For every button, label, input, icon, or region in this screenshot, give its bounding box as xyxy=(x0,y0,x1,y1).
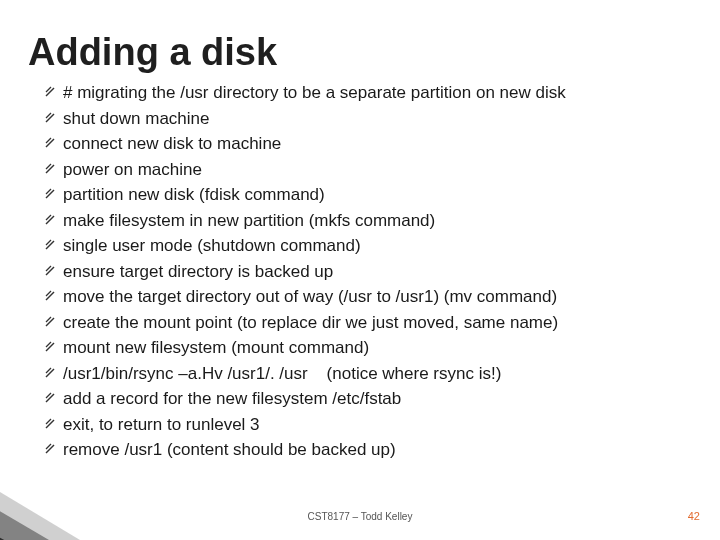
bullet-item: mount new filesystem (mount command) xyxy=(75,335,680,361)
bullet-item: shut down machine xyxy=(75,106,680,132)
svg-line-2 xyxy=(46,114,54,122)
bullet-text: partition new disk (fdisk command) xyxy=(63,182,325,208)
corner-decoration xyxy=(0,450,130,540)
bullet-item: connect new disk to machine xyxy=(75,131,680,157)
bullet-text: ensure target directory is backed up xyxy=(63,259,333,285)
bullet-item: # migrating the /usr directory to be a s… xyxy=(75,80,680,106)
bullet-item: make filesystem in new partition (mkfs c… xyxy=(75,208,680,234)
svg-line-4 xyxy=(46,139,54,147)
bullet-list: # migrating the /usr directory to be a s… xyxy=(75,80,680,463)
svg-line-18 xyxy=(46,318,54,326)
svg-line-24 xyxy=(46,394,54,402)
svg-line-20 xyxy=(46,343,54,351)
footer-course: CST8177 – Todd Kelley xyxy=(0,511,720,522)
svg-line-28 xyxy=(46,445,54,453)
bullet-item: single user mode (shutdown command) xyxy=(75,233,680,259)
slide-title: Adding a disk xyxy=(28,31,277,74)
bullet-item: create the mount point (to replace dir w… xyxy=(75,310,680,336)
svg-line-8 xyxy=(46,190,54,198)
bullet-text: make filesystem in new partition (mkfs c… xyxy=(63,208,435,234)
bullet-text: shut down machine xyxy=(63,106,209,132)
bullet-text: add a record for the new filesystem /etc… xyxy=(63,386,401,412)
svg-marker-31 xyxy=(0,470,100,540)
svg-marker-30 xyxy=(0,450,130,540)
bullet-text: remove /usr1 (content should be backed u… xyxy=(63,437,396,463)
bullet-item: add a record for the new filesystem /etc… xyxy=(75,386,680,412)
bullet-item: partition new disk (fdisk command) xyxy=(75,182,680,208)
bullet-item: remove /usr1 (content should be backed u… xyxy=(75,437,680,463)
svg-line-26 xyxy=(46,420,54,428)
bullet-text: # migrating the /usr directory to be a s… xyxy=(63,80,566,106)
bullet-item: move the target directory out of way (/u… xyxy=(75,284,680,310)
bullet-text: power on machine xyxy=(63,157,202,183)
bullet-text: connect new disk to machine xyxy=(63,131,281,157)
svg-line-14 xyxy=(46,267,54,275)
bullet-text: exit, to return to runlevel 3 xyxy=(63,412,260,438)
bullet-text: mount new filesystem (mount command) xyxy=(63,335,369,361)
svg-line-6 xyxy=(46,165,54,173)
svg-line-16 xyxy=(46,292,54,300)
bullet-text: /usr1/bin/rsync –a.Hv /usr1/. /usr (noti… xyxy=(63,361,501,387)
svg-line-22 xyxy=(46,369,54,377)
bullet-item: ensure target directory is backed up xyxy=(75,259,680,285)
bullet-text: single user mode (shutdown command) xyxy=(63,233,361,259)
bullet-text: create the mount point (to replace dir w… xyxy=(63,310,558,336)
svg-line-10 xyxy=(46,216,54,224)
svg-line-0 xyxy=(46,88,54,96)
bullet-item: exit, to return to runlevel 3 xyxy=(75,412,680,438)
bullet-item: /usr1/bin/rsync –a.Hv /usr1/. /usr (noti… xyxy=(75,361,680,387)
footer-page-number: 42 xyxy=(688,510,700,522)
svg-line-12 xyxy=(46,241,54,249)
bullet-text: move the target directory out of way (/u… xyxy=(63,284,557,310)
bullet-item: power on machine xyxy=(75,157,680,183)
